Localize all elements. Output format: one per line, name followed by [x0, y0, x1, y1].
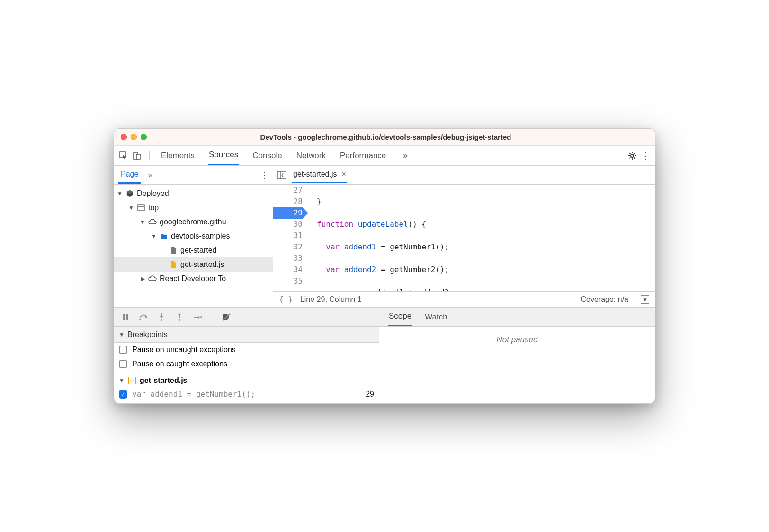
deactivate-breakpoints-icon[interactable] [222, 313, 231, 321]
editor-status-bar: { } Line 29, Column 1 Coverage: n/a ▼ [273, 291, 655, 307]
tree-row-file-js[interactable]: get-started.js [114, 257, 273, 272]
step-into-icon[interactable] [157, 313, 166, 321]
folder-icon [160, 232, 168, 240]
code-line: function updateLabel() { [317, 219, 655, 230]
toggle-navigator-icon[interactable] [277, 171, 287, 179]
line-number[interactable]: 30 [273, 219, 303, 230]
tree-label: React Developer To [160, 275, 226, 283]
settings-gear-icon[interactable] [626, 150, 638, 161]
cloud-icon [148, 275, 157, 283]
tree-row-file-html[interactable]: get-started [114, 243, 273, 257]
pretty-print-icon[interactable]: { } [279, 295, 293, 304]
scope-tab[interactable]: Scope [388, 308, 412, 326]
line-number-breakpoint[interactable]: 29 [273, 207, 303, 219]
dropdown-icon[interactable]: ▼ [641, 295, 649, 304]
separator [149, 151, 150, 160]
step-out-icon[interactable] [175, 313, 184, 321]
step-icon[interactable] [193, 314, 202, 320]
navigator-tab-page[interactable]: Page [118, 166, 141, 184]
tree-row-domain[interactable]: ▼ googlechrome.githu [114, 215, 273, 229]
tree-row-deployed[interactable]: ▼ Deployed [114, 186, 273, 201]
separator [212, 312, 212, 322]
checkbox-label: Pause on caught exceptions [132, 360, 227, 368]
watch-tab[interactable]: Watch [424, 309, 448, 326]
tree-label: get-started.js [180, 260, 224, 269]
tree-label: top [148, 204, 159, 212]
debugger-panel: ▼ Breakpoints Pause on uncaught exceptio… [114, 308, 655, 403]
tree-row-folder[interactable]: ▼ devtools-samples [114, 229, 273, 243]
file-tab-label: get-started.js [293, 170, 337, 178]
svg-rect-4 [138, 205, 144, 211]
svg-rect-8 [123, 314, 125, 320]
close-window-button[interactable] [121, 134, 127, 140]
code-line: var sum = addend1 + addend2; [317, 287, 655, 291]
tree-row-extension[interactable]: ▶ React Developer To [114, 272, 273, 286]
chevron-down-icon: ▼ [117, 190, 123, 197]
code-line: var addend1 = getNumber1(); [317, 241, 655, 253]
debugger-left: ▼ Breakpoints Pause on uncaught exceptio… [114, 308, 379, 403]
svg-point-16 [200, 316, 202, 318]
script-icon [169, 260, 178, 269]
chevron-down-icon: ▼ [128, 204, 134, 211]
tab-network[interactable]: Network [295, 147, 327, 165]
checkbox[interactable] [119, 346, 127, 354]
line-number[interactable]: 32 [273, 241, 303, 253]
line-number[interactable]: 28 [273, 196, 303, 207]
debugger-right: Scope Watch Not paused [379, 308, 655, 403]
content-area: Page » ⋮ ▼ Deployed ▼ top ▼ goog [114, 166, 655, 308]
checkbox-checked[interactable] [119, 390, 127, 399]
pause-uncaught-checkbox-row[interactable]: Pause on uncaught exceptions [114, 343, 379, 357]
gutter[interactable]: 27 28 29 30 31 32 33 34 35 [273, 185, 307, 291]
chevron-right-icon: ▶ [140, 275, 145, 282]
breakpoints-header[interactable]: ▼ Breakpoints [114, 327, 379, 343]
scope-tabs: Scope Watch [379, 308, 655, 327]
pause-icon[interactable] [121, 313, 130, 321]
breakpoint-line-row[interactable]: var addend1 = getNumber1(); 29 [114, 388, 379, 403]
svg-point-3 [631, 154, 634, 157]
debug-toolbar [114, 308, 379, 327]
more-tabs-icon[interactable]: » [399, 151, 411, 160]
navigator-more-icon[interactable]: » [148, 171, 152, 179]
step-over-icon[interactable] [139, 313, 148, 321]
code-content[interactable]: } function updateLabel() { var addend1 =… [307, 185, 655, 291]
line-number[interactable]: 31 [273, 230, 303, 241]
kebab-menu-icon[interactable]: ⋮ [640, 150, 651, 161]
window-title: DevTools - googlechrome.github.io/devtoo… [147, 133, 648, 141]
tab-performance[interactable]: Performance [339, 147, 387, 165]
checkbox-label: Pause on uncaught exceptions [132, 346, 236, 354]
device-toolbar-icon[interactable] [131, 150, 143, 161]
pause-caught-checkbox-row[interactable]: Pause on caught exceptions [114, 357, 379, 373]
zoom-window-button[interactable] [141, 134, 147, 140]
editor-panel: get-started.js × 27 28 29 30 31 32 33 34… [273, 166, 655, 307]
close-tab-icon[interactable]: × [341, 170, 346, 178]
scope-body: Not paused [379, 327, 655, 353]
chevron-down-icon: ▼ [119, 377, 125, 384]
cursor-position: Line 29, Column 1 [300, 295, 362, 304]
line-number[interactable]: 27 [273, 185, 303, 196]
code-editor[interactable]: 27 28 29 30 31 32 33 34 35 } function up… [273, 185, 655, 291]
tree-label: Deployed [137, 189, 169, 198]
file-tree: ▼ Deployed ▼ top ▼ googlechrome.githu ▼ [114, 185, 273, 307]
file-tab-active[interactable]: get-started.js × [292, 167, 347, 183]
checkbox[interactable] [119, 360, 127, 368]
minimize-window-button[interactable] [131, 134, 137, 140]
tree-row-top[interactable]: ▼ top [114, 201, 273, 215]
breakpoints-title: Breakpoints [127, 330, 168, 339]
breakpoint-file-row[interactable]: ▼ <> get-started.js [114, 373, 379, 388]
navigator-menu-icon[interactable]: ⋮ [259, 169, 269, 181]
line-number[interactable]: 35 [273, 275, 303, 287]
tab-console[interactable]: Console [251, 147, 283, 165]
cloud-icon [148, 218, 157, 226]
traffic-lights [121, 134, 147, 140]
tree-label: get-started [180, 246, 216, 255]
document-icon [169, 246, 178, 255]
code-line: var addend2 = getNumber2(); [317, 264, 655, 275]
tab-elements[interactable]: Elements [160, 147, 196, 165]
tab-sources[interactable]: Sources [208, 146, 239, 165]
breakpoint-file-name: get-started.js [140, 376, 187, 385]
inspect-element-icon[interactable] [118, 150, 129, 161]
line-number[interactable]: 34 [273, 264, 303, 275]
line-number[interactable]: 33 [273, 253, 303, 264]
breakpoint-line-number: 29 [366, 390, 374, 399]
main-toolbar: Elements Sources Console Network Perform… [114, 146, 655, 166]
